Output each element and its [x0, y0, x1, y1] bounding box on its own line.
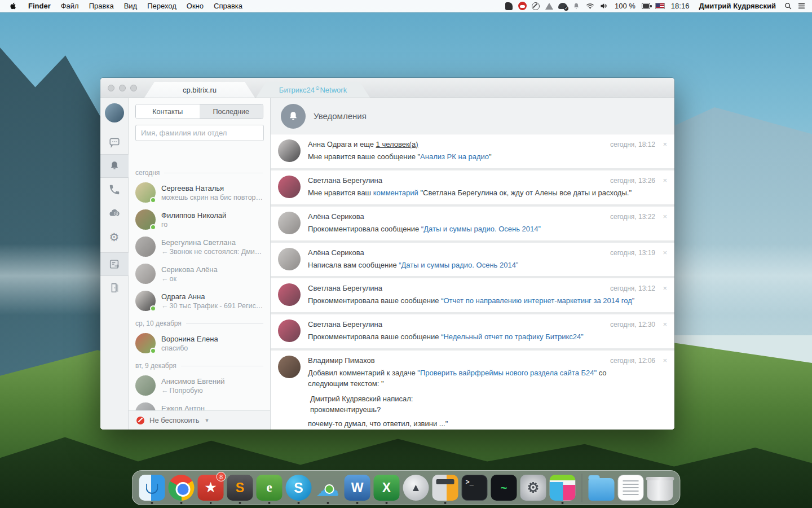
chrome-dock-icon[interactable] [169, 475, 195, 501]
close-icon[interactable]: × [663, 284, 667, 292]
people-link[interactable]: 1 человек(а) [376, 140, 418, 148]
menu-item[interactable]: Окно [182, 2, 209, 10]
stickies-dock-icon[interactable] [550, 475, 576, 501]
volume-icon[interactable] [599, 1, 608, 11]
zoom-window-button[interactable] [130, 85, 137, 91]
skype-dock-icon[interactable]: S [286, 475, 312, 501]
menu-app-name[interactable]: Finder [23, 2, 56, 10]
link[interactable]: “Даты и суммы радио. Осень 2014” [421, 225, 541, 233]
close-icon[interactable]: × [663, 212, 667, 221]
link[interactable]: "Проверить вайрфреймы нового раздела сай… [417, 369, 597, 377]
contact-list-item[interactable]: Одрага Анна←30 тыс Трафик - 691 Регист… [135, 287, 263, 314]
contact-last-message: спасибо [161, 344, 218, 352]
red-cloud-status-icon[interactable] [518, 1, 527, 11]
minimize-window-button[interactable] [119, 85, 126, 91]
evernote-dock-icon[interactable]: e [257, 475, 283, 501]
notifications-muted-icon[interactable] [572, 1, 581, 11]
menu-item[interactable]: Вид [119, 2, 143, 10]
tab-contacts[interactable]: Контакты [136, 104, 200, 119]
avatar[interactable] [278, 139, 301, 162]
contact-list-item[interactable]: Серикова Алёна←ок [135, 260, 263, 287]
close-icon[interactable]: × [663, 140, 667, 148]
avatar[interactable] [278, 248, 301, 270]
settings-icon[interactable]: ⚙ [100, 225, 129, 249]
trash-dock-icon[interactable] [647, 475, 673, 501]
avatar[interactable] [278, 356, 301, 378]
folder-downloads-dock-icon[interactable] [589, 475, 615, 501]
link[interactable]: “Недельный отчет по трафику Битрикс24” [441, 332, 583, 341]
contact-list-item[interactable]: Анисимов Евгений←Попробую [135, 372, 263, 399]
open-in-panel-icon[interactable] [100, 252, 129, 276]
contact-list-item[interactable]: Ежков Антон←Ща задачкой пульну [135, 399, 263, 410]
history-icon[interactable] [100, 202, 129, 225]
link[interactable]: “Отчет по направлению интернет-маркетинг… [441, 296, 634, 305]
link[interactable]: “Даты и суммы радио. Осень 2014” [399, 261, 518, 269]
system-preferences-icon: ⚙ [520, 475, 546, 501]
notifications-icon[interactable] [100, 154, 129, 178]
my-profile-avatar[interactable] [105, 103, 124, 122]
notification-row: Владимир Пимаховсегодня, 12:06×Добавил к… [271, 351, 674, 430]
close-icon[interactable]: × [663, 176, 667, 185]
wunderlist-dock-icon[interactable]: ★8 [198, 475, 224, 501]
contact-search-input[interactable] [135, 125, 264, 141]
finder-dock-icon[interactable] [139, 475, 165, 501]
notification-row: Светлана Берегулинасегодня, 13:12×Проком… [271, 278, 674, 312]
input-language-flag-icon[interactable] [655, 1, 665, 11]
window-titlebar[interactable]: cp.bitrix.ru Битрикс24⊙Network [100, 78, 674, 98]
exit-door-icon[interactable] [100, 276, 129, 300]
online-dot [150, 224, 156, 230]
tab-cp-bitrix-ru[interactable]: cp.bitrix.ru [144, 82, 255, 98]
cloud-app-dock-icon[interactable]: ☁ [315, 475, 341, 501]
close-icon[interactable]: × [663, 320, 667, 329]
menu-item[interactable]: Справка [209, 2, 248, 10]
avatar[interactable] [278, 319, 301, 342]
menu-item[interactable]: Переход [142, 2, 182, 10]
avatar[interactable] [278, 212, 301, 234]
avatar[interactable] [278, 176, 301, 198]
terminal-dock-icon[interactable]: >_ [462, 475, 488, 501]
close-icon[interactable]: × [663, 356, 667, 365]
chats-icon[interactable] [100, 130, 129, 154]
system-preferences-dock-icon[interactable]: ⚙ [520, 475, 546, 501]
notification-time: сегодня, 13:22 [610, 213, 655, 221]
menu-item[interactable]: Файл [56, 2, 84, 10]
battery-icon[interactable] [642, 1, 651, 11]
evernote-status-icon[interactable] [504, 1, 514, 11]
sublime-text-dock-icon[interactable]: S [227, 475, 253, 501]
contact-list-item[interactable]: Сергеева Натальяможешь скрин на бис повт… [135, 179, 263, 206]
notification-body: почему-то думал, что ответил, извини ...… [308, 419, 646, 428]
do-not-disturb-status-icon[interactable] [531, 1, 541, 11]
apple-menu-icon[interactable] [9, 2, 17, 10]
menu-item[interactable]: Правка [84, 2, 119, 10]
link[interactable]: комментарий [373, 189, 418, 197]
running-indicator [239, 502, 241, 504]
current-user-menu[interactable]: Дмитрий Кудрявский [695, 2, 779, 10]
google-drive-status-icon[interactable] [545, 1, 554, 11]
calculator-dock-icon[interactable] [433, 475, 458, 501]
contact-list-item[interactable]: Воронина Еленаспасибо [135, 330, 263, 357]
activity-monitor-dock-icon[interactable]: ~ [491, 475, 517, 501]
contact-last-message: го [161, 221, 226, 229]
calls-icon[interactable] [100, 178, 129, 202]
contact-name: Филиппов Николай [161, 211, 226, 220]
word-dock-icon[interactable]: W [345, 475, 370, 501]
notification-center-icon[interactable] [797, 1, 806, 11]
link[interactable]: Анализ РК на радио [420, 152, 489, 161]
security-helmet-status-icon[interactable] [558, 1, 568, 11]
tab-bitrix24-network[interactable]: Битрикс24⊙Network [256, 82, 370, 98]
clock[interactable]: 18:16 [669, 2, 692, 10]
avatar[interactable] [278, 283, 301, 306]
spotlight-search-icon[interactable] [783, 1, 793, 11]
contact-list-item[interactable]: Берегулина Светлана←Звонок не состоялся:… [135, 233, 263, 260]
status-footer[interactable]: Не беспокоить ▼ [129, 410, 270, 430]
app-icon-strip: ⚙ [100, 98, 129, 430]
close-icon[interactable]: × [663, 248, 667, 257]
notification-body: Мне нравится ваш комментарий "Светлана Б… [308, 188, 646, 199]
excel-dock-icon[interactable]: X [374, 475, 400, 501]
tab-recent[interactable]: Последние [200, 104, 263, 119]
launchpad-dock-icon[interactable]: ▲ [403, 475, 429, 501]
documents-stack-dock-icon[interactable] [618, 475, 644, 501]
wifi-icon[interactable] [585, 1, 595, 11]
close-window-button[interactable] [108, 85, 114, 91]
contact-list-item[interactable]: Филиппов Николайго [135, 206, 263, 233]
